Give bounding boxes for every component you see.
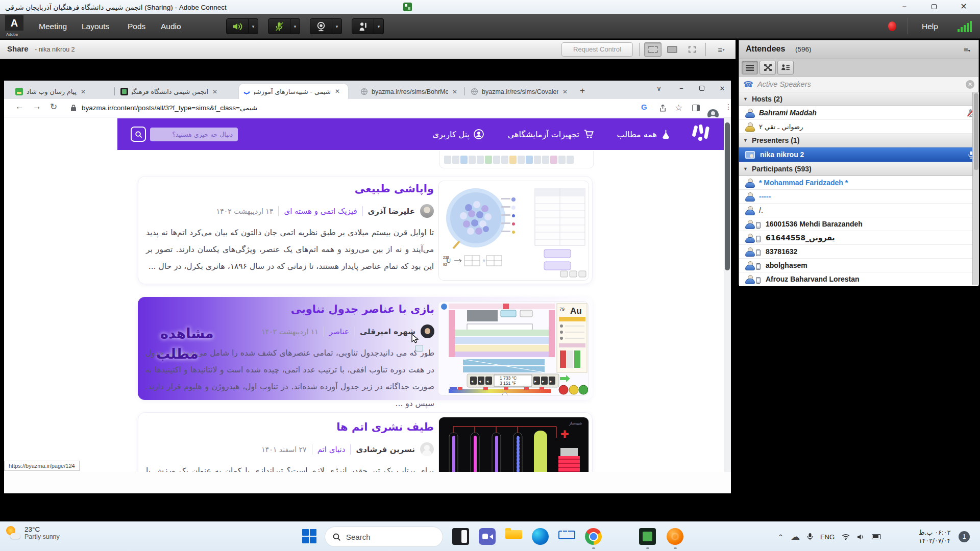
- card-title[interactable]: بازی با عناصر جدول تناوبی: [145, 303, 434, 315]
- raise-hand-icon[interactable]: [352, 18, 374, 34]
- attendee-row-presenter-selected[interactable]: nika nikrou 2: [739, 147, 978, 162]
- chrome-icon[interactable]: [585, 528, 602, 545]
- tab-bohr-model[interactable]: byazma.ir/res/sims/BohrModelH ✕: [356, 84, 462, 99]
- volume-tray-icon[interactable]: [857, 534, 865, 540]
- site-search-input[interactable]: [150, 128, 238, 141]
- webcam-icon[interactable]: [310, 18, 332, 34]
- adobe-connect-icon[interactable]: [639, 528, 656, 545]
- page-scrollbar-thumb[interactable]: [725, 122, 730, 270]
- attendees-scrollbar[interactable]: [972, 92, 979, 285]
- help-menu[interactable]: Help: [917, 14, 943, 39]
- attendee-row[interactable]: 16001536 Mehdi Barazandeh: [739, 217, 978, 231]
- browser-minimize-button[interactable]: −: [674, 85, 689, 92]
- nav-lab-equipment[interactable]: تجهیزات آزمایشگاهی: [508, 118, 594, 150]
- attendees-scrollbar-thumb[interactable]: [974, 93, 978, 170]
- microphone-control[interactable]: ▾: [268, 18, 300, 34]
- collapse-triangle-icon[interactable]: ▼: [743, 138, 748, 143]
- menu-pods[interactable]: Pods: [122, 14, 151, 39]
- collapse-triangle-icon[interactable]: ▼: [743, 96, 748, 102]
- tab-close-icon[interactable]: ✕: [335, 88, 340, 95]
- attendees-pod-menu-button[interactable]: ≡▾: [964, 45, 970, 54]
- attendee-row[interactable]: * Mohammad Faridzadeh *: [739, 176, 978, 190]
- side-panel-icon[interactable]: [692, 105, 700, 111]
- menu-layouts[interactable]: Layouts: [77, 14, 114, 39]
- share-pod-menu-button[interactable]: ≡▾: [712, 42, 731, 57]
- active-speakers-row[interactable]: ☎ Active Speakers ✕: [739, 77, 978, 92]
- card-title[interactable]: واپاشی طبیعی: [146, 183, 434, 195]
- fullscreen-button[interactable]: [684, 42, 700, 57]
- local-system-tray[interactable]: ⌃ ☁ ENG: [778, 522, 881, 551]
- attendee-row[interactable]: abolghasem: [739, 259, 978, 272]
- tab-shad-messenger[interactable]: پیام رسان وب شاد ✕: [11, 84, 112, 99]
- card-category[interactable]: عناصر: [329, 327, 349, 336]
- connection-signal-icon[interactable]: [958, 21, 975, 32]
- tray-language[interactable]: ENG: [820, 533, 835, 541]
- speaker-icon[interactable]: [226, 18, 249, 34]
- menu-meeting[interactable]: Meeting: [34, 14, 72, 39]
- forward-icon[interactable]: →: [33, 102, 41, 112]
- card-category[interactable]: دنیای اتم: [317, 445, 346, 454]
- participants-section-header[interactable]: ▼ Participants (593): [739, 162, 978, 176]
- close-button[interactable]: ✕: [953, 0, 974, 14]
- hosts-section-header[interactable]: ▼ Hosts (2): [739, 92, 978, 106]
- tab-close-icon[interactable]: ✕: [452, 88, 457, 95]
- attendee-row[interactable]: /.: [739, 204, 978, 217]
- card-thumbnail-decay-sim[interactable]: U 23892 +: [438, 181, 589, 281]
- raise-hand-dropdown-arrow[interactable]: ▾: [374, 18, 384, 34]
- notification-count-badge[interactable]: 1: [959, 531, 970, 542]
- minimize-button[interactable]: −: [894, 0, 915, 14]
- webcam-dropdown-arrow[interactable]: ▾: [332, 18, 342, 34]
- phone-link-icon[interactable]: [452, 528, 469, 545]
- attendee-row-host-1[interactable]: Bahrami Maddah: [739, 106, 978, 120]
- view-post-cta-line2[interactable]: مطلب: [156, 346, 199, 362]
- tab-byazma-sims-active[interactable]: ب شیمی - شبیه‌سازهای آموزشی | بیاز ✕: [239, 84, 348, 99]
- view-post-cta-line1[interactable]: مشاهده: [160, 325, 214, 341]
- microphone-dropdown-arrow[interactable]: ▾: [290, 18, 300, 34]
- post-card-periodic-table-game[interactable]: بازی با عناصر جدول تناوبی شهره امیرقلی ع…: [138, 297, 593, 400]
- maximize-button[interactable]: [924, 0, 944, 14]
- google-icon[interactable]: G: [641, 103, 647, 111]
- previous-card-image-fragment[interactable]: [439, 151, 594, 168]
- mic-tray-icon[interactable]: [807, 533, 813, 541]
- card-thumbnail-spectra-sim[interactable]: ✚: [438, 417, 589, 472]
- speaker-dropdown-arrow[interactable]: ▾: [249, 18, 258, 34]
- tab-close-icon[interactable]: ✕: [81, 88, 86, 95]
- microphone-muted-icon[interactable]: [268, 18, 290, 34]
- bookmark-star-icon[interactable]: ☆: [675, 103, 682, 113]
- file-explorer-icon[interactable]: [505, 530, 522, 539]
- page-scrollbar[interactable]: [724, 117, 731, 472]
- speaker-control[interactable]: ▾: [226, 18, 258, 34]
- tab-covalent-bond[interactable]: byazma.ir/res/sims/CovalentBon ✕: [467, 84, 573, 99]
- tab-search-chevron[interactable]: ∨: [651, 85, 667, 92]
- fit-page-view-button[interactable]: [644, 42, 662, 57]
- raise-hand-control[interactable]: ▾: [352, 18, 384, 34]
- attendee-row[interactable]: Afrouz Baharvand Lorestan: [739, 272, 978, 286]
- store-icon[interactable]: [558, 531, 575, 539]
- tab-close-icon[interactable]: ✕: [212, 88, 217, 95]
- card-title[interactable]: طیف نشری اتم ها: [146, 421, 434, 433]
- tab-connect-page[interactable]: انجمن شیمی دانشگاه فرهنگیان آذر ✕: [116, 84, 237, 99]
- battery-tray-icon[interactable]: [872, 534, 881, 539]
- back-icon[interactable]: ←: [15, 102, 24, 112]
- local-clock[interactable]: ۰۶:۰۲ ب.ظ ۱۴۰۲/۰۷/۰۴: [919, 529, 950, 545]
- attendee-row[interactable]: 83781632: [739, 245, 978, 259]
- start-button[interactable]: [302, 529, 317, 544]
- refresh-icon[interactable]: ↻: [50, 102, 57, 112]
- teams-icon[interactable]: [479, 528, 496, 545]
- byazma-logo[interactable]: [691, 124, 712, 144]
- close-active-speakers-icon[interactable]: ✕: [966, 80, 974, 89]
- attendee-row[interactable]: -----: [739, 190, 978, 204]
- webcam-control[interactable]: ▾: [310, 18, 342, 34]
- nav-all-posts[interactable]: همه مطالب: [617, 118, 671, 150]
- orange-app-icon[interactable]: [667, 528, 683, 545]
- attendee-row[interactable]: یفروتن_61644558: [739, 231, 978, 245]
- attendee-row-host-2[interactable]: رضواني ـ تقي ٢: [739, 120, 978, 134]
- card-thumbnail-periodic-table[interactable]: Au 79 ◂◂◂▸▸▸ 1 733 °C 3 151 °F: [438, 301, 589, 396]
- edge-icon[interactable]: [532, 528, 549, 545]
- share-icon[interactable]: [658, 104, 667, 112]
- browser-maximize-button[interactable]: [694, 85, 709, 92]
- address-bar[interactable]: byazma.ir/content/posts/all/3?f_type=sim…: [82, 104, 257, 112]
- status-view-button[interactable]: [777, 61, 794, 74]
- nav-user-panel[interactable]: پنل کاربری: [432, 118, 484, 150]
- presenters-section-header[interactable]: ▼ Presenters (1): [739, 134, 978, 147]
